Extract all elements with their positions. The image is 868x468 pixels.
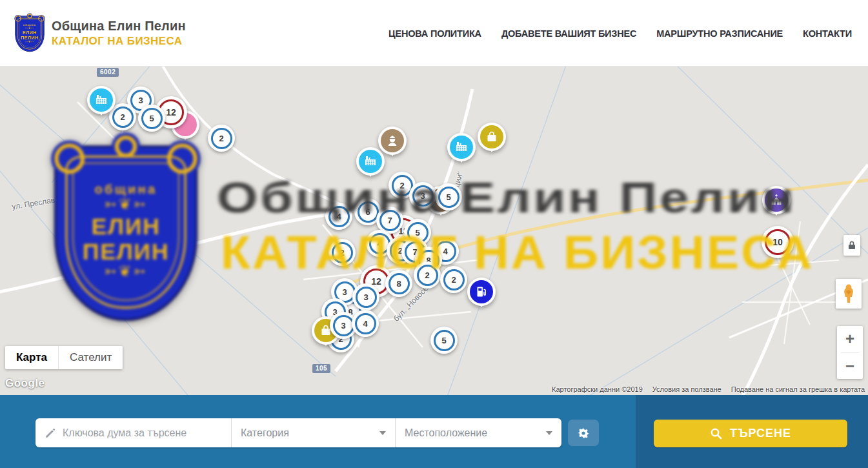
pin-head [467,278,496,306]
factory-icon [450,136,473,159]
category-dropdown-label: Категория [241,427,379,439]
cluster-count: 3 [412,185,434,207]
cluster-count: 10 [765,229,791,255]
map-cluster-marker[interactable]: 4 [352,310,379,337]
cluster-count: 5 [141,108,163,129]
pin-head [447,133,476,161]
map-cluster-marker[interactable]: 2 [208,125,235,152]
fuel-icon [470,280,493,303]
cluster-count: 2 [443,269,465,290]
map-cluster-marker[interactable]: 4 [325,203,352,230]
map-pin-marker-factory[interactable] [356,147,385,176]
main-nav: ЦЕНОВА ПОЛИТИКА ДОБАВЕТЕ ВАШИЯТ БИЗНЕС М… [389,0,852,66]
zoom-out-button[interactable]: − [837,353,863,380]
map-cluster-marker[interactable]: 5 [138,105,165,132]
bag-icon [480,125,503,148]
cluster-count: 7 [379,210,401,231]
map-markers-layer: 123252235136475242748221288333234510 [0,66,868,395]
map-cluster-marker[interactable]: 2 [440,266,467,293]
pin-head [762,186,791,214]
map-view-button[interactable]: Карта [5,346,58,369]
factory-icon [90,88,113,112]
map-cluster-marker[interactable]: 5 [435,183,462,210]
map-cluster-marker[interactable]: 10 [762,226,794,258]
church-icon [765,188,788,212]
report-map-error-link[interactable]: Подаване на сигнал за грешка в картата [731,385,865,393]
map-cluster-marker[interactable]: 3 [409,182,436,209]
cluster-count: 5 [434,330,455,351]
lock-icon [847,240,856,250]
search-button-label: ТЪРСЕНЕ [730,427,791,440]
cluster-count: 3 [356,287,377,308]
map-attribution: Картографски данни ©2019 Условия за полз… [552,385,865,393]
chevron-down-icon [379,431,386,435]
pencil-icon [45,427,56,439]
page: община ➳❦➳ ЕЛИН ПЕЛИН ➳❦➳ Община Елин Пе… [0,0,868,468]
brand[interactable]: община ➳❦➳ ЕЛИН ПЕЛИН ➳❦➳ Община Елин Пе… [14,14,186,52]
search-icon [710,427,722,440]
location-dropdown-label: Местоположение [405,427,546,439]
lock-control-button[interactable] [843,235,860,256]
advanced-search-settings-button[interactable] [568,420,599,446]
map-cluster-marker[interactable]: 2 [328,239,356,266]
keyword-search-input[interactable] [63,427,222,439]
location-dropdown[interactable]: Местоположение [395,418,561,447]
pin-head [478,123,506,151]
nav-item-pricing[interactable]: ЦЕНОВА ПОЛИТИКА [389,28,481,39]
municipality-crest-logo: община ➳❦➳ ЕЛИН ПЕЛИН ➳❦➳ [14,14,45,52]
street-view-pegman-button[interactable] [836,279,862,309]
nav-item-add-business[interactable]: ДОБАВЕТЕ ВАШИЯТ БИЗНЕС [501,28,636,39]
cluster-count: 8 [389,273,410,294]
map-type-control: Карта Сателит [5,346,123,369]
map-pin-marker-factory[interactable] [87,86,116,114]
zoom-in-button[interactable]: + [837,326,863,352]
gear-icon [577,427,590,440]
search-bar: Категория Местоположение ТЪРСЕНЕ [0,395,868,468]
keyword-field[interactable] [35,418,231,447]
map-pin-marker-church[interactable] [762,186,791,214]
nav-item-contacts[interactable]: КОНТАКТИ [803,28,852,39]
zoom-control: + − [837,326,863,379]
google-map[interactable]: ул. Преславбул. „Новоселции" 6002105 123… [0,66,868,395]
cluster-count: 2 [211,128,232,149]
map-pin-marker-factory[interactable] [447,133,476,161]
cluster-count: 5 [438,187,459,208]
header: община ➳❦➳ ЕЛИН ПЕЛИН ➳❦➳ Община Елин Пе… [0,0,868,66]
category-dropdown[interactable]: Категория [231,418,395,447]
map-cluster-marker[interactable]: 5 [430,327,458,354]
terms-of-use-link[interactable]: Условия за ползване [652,385,722,393]
site-title: Община Елин Пелин [52,19,186,34]
cluster-count: 6 [358,201,379,223]
map-cluster-marker[interactable]: 2 [414,261,441,289]
map-data-copyright: Картографски данни ©2019 [552,385,643,393]
nav-item-route-schedule[interactable]: МАРШРУТНО РАЗПИСАНИЕ [656,28,783,39]
search-fields-group: Категория Местоположение [35,418,561,447]
site-subtitle: КАТАЛОГ НА БИЗНЕСА [52,35,186,48]
map-pin-marker-fuel[interactable] [467,278,496,306]
google-logo[interactable]: Google [5,377,45,390]
factory-icon [359,150,382,173]
crest-ornament: ➳❦➳ [15,40,44,43]
pin-head [356,147,385,176]
pin-head [87,86,116,114]
cluster-count: 4 [355,313,376,334]
cluster-count: 2 [417,265,438,286]
map-pin-marker-bag[interactable] [478,123,506,151]
search-submit-button[interactable]: ТЪРСЕНЕ [654,420,847,447]
map-cluster-marker[interactable]: 8 [385,270,412,297]
pegman-icon [842,283,856,304]
cluster-count: 2 [332,242,353,263]
map-cluster-marker[interactable]: 3 [352,283,379,310]
cluster-count: 4 [328,206,350,227]
crest-ornament: ➳❦➳ [15,26,44,29]
cluster-count: 3 [333,315,354,336]
chevron-down-icon [546,431,552,435]
crest-name: ЕЛИН ПЕЛИН [15,30,44,40]
satellite-view-button[interactable]: Сателит [58,346,123,369]
